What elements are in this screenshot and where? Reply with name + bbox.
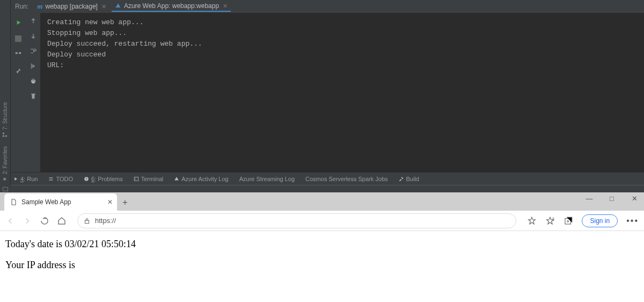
page-line-ip: Your IP address is xyxy=(5,260,639,271)
layout-icon xyxy=(14,51,22,59)
layout-button[interactable] xyxy=(13,49,24,60)
more-menu-button[interactable]: ••• xyxy=(626,216,639,226)
svg-rect-4 xyxy=(19,52,21,54)
trash-icon xyxy=(30,92,37,100)
terminal-icon xyxy=(134,176,139,182)
pin-button[interactable] xyxy=(13,66,24,76)
azure-activity-tab[interactable]: Azure Activity Log xyxy=(174,176,228,182)
print-button[interactable] xyxy=(30,77,37,87)
arrow-up-icon xyxy=(30,17,37,25)
terminal-tab[interactable]: Terminal xyxy=(134,176,164,182)
run-tool-window-tab[interactable]: 4: Run xyxy=(13,176,38,182)
structure-icon xyxy=(3,132,8,138)
ide-statusbar xyxy=(0,185,644,192)
todo-tab[interactable]: TODO xyxy=(48,176,73,182)
home-button[interactable] xyxy=(57,216,67,226)
scroll-to-end-button[interactable] xyxy=(30,62,37,72)
azure-icon xyxy=(174,176,179,182)
lock-icon xyxy=(83,217,91,225)
browser-tab[interactable]: Sample Web App ✕ xyxy=(4,193,117,211)
scroll-down-button[interactable] xyxy=(30,32,37,42)
page-line-date: Today's date is 03/02/21 05:50:14 xyxy=(5,239,639,250)
browser-toolbar: https:// Sign in ••• xyxy=(0,211,644,231)
run-tab-webapp[interactable]: m webapp [package] ✕ xyxy=(34,1,109,12)
favorites-tab[interactable]: 2: Favorites xyxy=(2,142,8,186)
close-window-button[interactable]: ✕ xyxy=(628,195,641,203)
arrow-down-icon xyxy=(30,32,37,40)
refresh-icon xyxy=(40,216,49,226)
pin-icon xyxy=(14,67,22,75)
home-icon xyxy=(57,216,67,226)
console-line: Stopping web app... xyxy=(47,29,127,37)
maven-icon: m xyxy=(37,2,42,11)
azure-streaming-tab[interactable]: Azure Streaming Log xyxy=(239,176,295,182)
run-label: Run: xyxy=(15,3,28,10)
run-header: Run: m webapp [package] ✕ Azure Web App:… xyxy=(11,0,644,13)
new-tab-button[interactable]: + xyxy=(117,195,133,211)
stop-icon xyxy=(15,35,21,42)
minimize-button[interactable]: ― xyxy=(583,195,596,203)
run-tab-azure[interactable]: Azure Web App: webapp:webapp ✕ xyxy=(112,1,231,12)
scroll-end-icon xyxy=(30,62,37,70)
wrap-icon xyxy=(30,47,37,55)
plus-icon: + xyxy=(122,198,127,207)
warning-icon xyxy=(84,176,89,182)
address-bar[interactable]: https:// xyxy=(77,213,516,228)
clear-button[interactable] xyxy=(30,92,37,102)
list-icon xyxy=(48,176,54,182)
forward-button[interactable] xyxy=(23,216,32,226)
ide-panel: 7: Structure 2: Favorites Run: m webapp … xyxy=(0,0,644,192)
page-content: Today's date is 03/02/21 05:50:14 Your I… xyxy=(0,231,644,302)
play-icon xyxy=(14,19,22,26)
close-icon[interactable]: ✕ xyxy=(107,198,113,206)
problems-tab[interactable]: 6: Problems xyxy=(84,176,123,182)
svg-rect-6 xyxy=(32,78,34,80)
print-icon xyxy=(30,77,37,85)
browser-window: Sample Web App ✕ + ― □ ✕ https:// xyxy=(0,192,644,302)
svg-rect-9 xyxy=(86,177,87,179)
svg-rect-11 xyxy=(134,177,138,181)
run-tool-column-1 xyxy=(11,13,26,172)
favorites-tab-label: 2: Favorites xyxy=(2,146,8,174)
console-line: URL: xyxy=(47,61,64,69)
structure-tab[interactable]: 7: Structure xyxy=(2,98,8,142)
back-button[interactable] xyxy=(5,216,15,226)
build-tab[interactable]: Build xyxy=(399,176,419,182)
arrow-left-icon xyxy=(5,216,15,226)
favorite-star-icon[interactable] xyxy=(527,216,537,226)
console-output[interactable]: Creating new web app... Stopping web app… xyxy=(41,13,644,172)
close-icon[interactable]: ✕ xyxy=(223,3,228,10)
close-icon[interactable]: ✕ xyxy=(101,3,106,10)
arrow-right-icon xyxy=(23,216,32,226)
scroll-up-button[interactable] xyxy=(30,17,37,27)
cosmos-spark-tab[interactable]: Cosmos Serverless Spark Jobs xyxy=(305,176,387,182)
ide-left-edge: 7: Structure 2: Favorites xyxy=(0,0,11,186)
favorites-list-icon[interactable] xyxy=(545,216,555,226)
sign-in-button[interactable]: Sign in xyxy=(582,214,618,227)
star-icon xyxy=(3,176,8,182)
page-icon xyxy=(10,198,17,206)
run-tab-webapp-label: webapp [package] xyxy=(45,3,97,10)
soft-wrap-button[interactable] xyxy=(30,47,37,57)
ide-bottom-bar: 4: Run TODO 6: Problems Terminal Azure A… xyxy=(0,172,644,185)
structure-tab-label: 7: Structure xyxy=(2,102,8,130)
window-icon[interactable] xyxy=(2,186,9,192)
svg-rect-7 xyxy=(32,82,34,83)
browser-tabstrip: Sample Web App ✕ + ― □ ✕ xyxy=(0,192,644,211)
play-icon xyxy=(13,176,18,182)
svg-rect-2 xyxy=(6,135,8,137)
refresh-button[interactable] xyxy=(40,216,49,226)
collections-icon[interactable] xyxy=(564,216,573,226)
toolbar-right: Sign in ••• xyxy=(527,214,639,227)
browser-tab-title: Sample Web App xyxy=(21,198,71,206)
svg-rect-13 xyxy=(85,220,89,223)
stop-button[interactable] xyxy=(13,33,24,44)
svg-rect-12 xyxy=(3,187,8,191)
console-line: Creating new web app... xyxy=(47,18,143,26)
svg-rect-1 xyxy=(3,133,5,134)
ide-body: Creating new web app... Stopping web app… xyxy=(11,13,644,172)
console-line: Deploy succeed, restarting web app... xyxy=(47,40,202,48)
url-text: https:// xyxy=(95,217,116,225)
run-button[interactable] xyxy=(13,17,24,28)
maximize-button[interactable]: □ xyxy=(605,195,618,203)
